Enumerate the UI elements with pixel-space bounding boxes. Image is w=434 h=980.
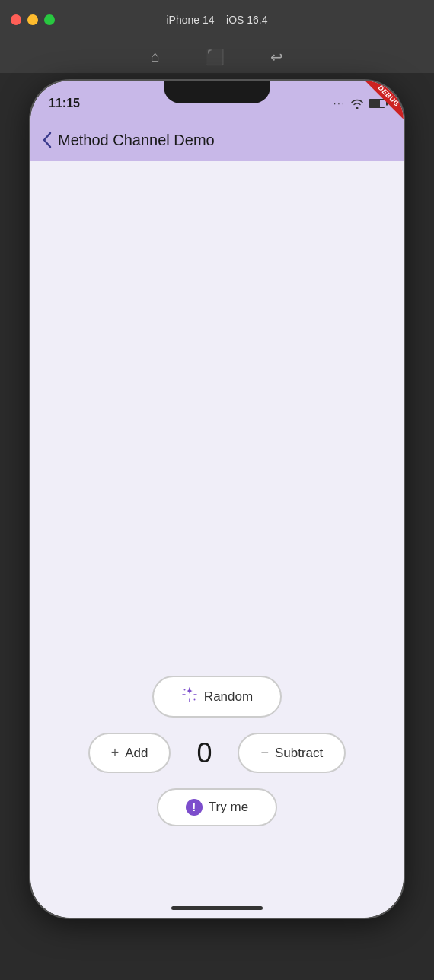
phone-screen: 11:15 ··· (30, 81, 404, 918)
try-me-label: Try me (209, 800, 248, 815)
back-button[interactable] (43, 132, 52, 148)
close-button[interactable] (11, 14, 21, 25)
random-button[interactable]: Random (152, 676, 282, 718)
status-bar: 11:15 ··· (30, 81, 404, 119)
app-bar: Method Channel Demo (30, 119, 404, 161)
phone-frame: DEBUG 11:15 ··· (30, 81, 404, 918)
svg-point-1 (193, 699, 195, 701)
main-content: Random + Add 0 − Subtract ! Try me (30, 161, 404, 918)
plus-icon: + (111, 745, 120, 761)
minimize-button[interactable] (27, 14, 38, 25)
add-label: Add (125, 746, 148, 761)
counter-value: 0 (189, 737, 219, 769)
window-title: iPhone 14 – iOS 16.4 (166, 14, 267, 26)
add-button[interactable]: + Add (88, 733, 171, 773)
traffic-lights (11, 14, 55, 25)
signal-dots: ··· (333, 98, 346, 109)
screenshot-icon[interactable]: ⬛ (206, 48, 225, 66)
mac-toolbar: ⌂ ⬛ ↩ (0, 40, 434, 73)
home-indicator (171, 906, 263, 910)
minus-icon: − (260, 745, 269, 761)
subtract-button[interactable]: − Subtract (238, 733, 346, 773)
svg-point-0 (183, 689, 185, 691)
subtract-label: Subtract (275, 746, 323, 761)
home-icon[interactable]: ⌂ (151, 48, 160, 65)
sparkle-icon (181, 686, 198, 707)
random-label: Random (204, 689, 253, 705)
try-me-button[interactable]: ! Try me (157, 788, 277, 826)
app-bar-title: Method Channel Demo (58, 132, 215, 149)
title-bar: iPhone 14 – iOS 16.4 (0, 0, 434, 40)
notch (164, 81, 270, 103)
rotate-icon[interactable]: ↩ (270, 48, 283, 66)
info-icon: ! (186, 799, 203, 816)
counter-row: + Add 0 − Subtract (88, 733, 346, 773)
status-time: 11:15 (49, 97, 80, 110)
maximize-button[interactable] (44, 14, 55, 25)
